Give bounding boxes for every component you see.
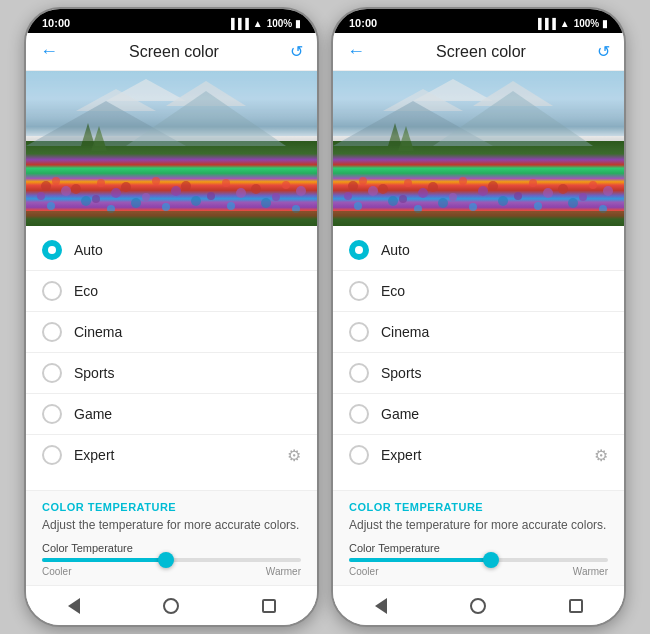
- status-time: 10:00: [42, 17, 70, 29]
- svg-point-17: [282, 181, 290, 189]
- svg-point-25: [236, 188, 246, 198]
- option-item-cinema[interactable]: Cinema: [26, 312, 317, 352]
- option-item-eco[interactable]: Eco: [26, 271, 317, 311]
- radio-sports[interactable]: [42, 363, 62, 383]
- svg-point-8: [41, 181, 51, 191]
- option-label-game: Game: [381, 406, 608, 422]
- slider-labels: Cooler Warmer: [42, 566, 301, 577]
- gear-icon[interactable]: ⚙: [594, 446, 608, 465]
- color-temp-desc: Adjust the temperature for more accurate…: [42, 517, 301, 534]
- svg-point-15: [222, 179, 230, 187]
- nav-home-button[interactable]: [163, 598, 179, 614]
- option-item-auto[interactable]: Auto: [333, 230, 624, 270]
- svg-point-57: [368, 186, 378, 196]
- radio-cinema[interactable]: [349, 322, 369, 342]
- notch: [132, 9, 212, 29]
- screen-color-image: [26, 71, 317, 226]
- option-item-eco[interactable]: Eco: [333, 271, 624, 311]
- color-temperature-section: COLOR TEMPERATURE Adjust the temperature…: [333, 491, 624, 585]
- svg-point-23: [171, 186, 181, 196]
- svg-point-28: [47, 202, 55, 210]
- svg-point-27: [296, 186, 306, 196]
- option-item-auto[interactable]: Auto: [26, 230, 317, 270]
- svg-point-31: [131, 198, 141, 208]
- status-right: ▐▐▐ ▲ 100% ▮: [227, 18, 301, 29]
- option-label-sports: Sports: [381, 365, 608, 381]
- svg-point-46: [348, 181, 358, 191]
- svg-point-50: [428, 182, 438, 192]
- svg-point-11: [97, 179, 105, 187]
- option-label-expert: Expert: [74, 447, 275, 463]
- nav-bar: [26, 585, 317, 625]
- svg-point-60: [449, 193, 457, 201]
- radio-game[interactable]: [349, 404, 369, 424]
- radio-eco[interactable]: [42, 281, 62, 301]
- option-item-game[interactable]: Game: [26, 394, 317, 434]
- radio-expert[interactable]: [42, 445, 62, 465]
- battery-icon: 100% ▮: [267, 18, 301, 29]
- nav-recents-button[interactable]: [569, 599, 583, 613]
- svg-point-13: [152, 177, 160, 185]
- slider-thumb[interactable]: [158, 552, 174, 568]
- status-right: ▐▐▐ ▲ 100% ▮: [534, 18, 608, 29]
- svg-point-73: [568, 198, 578, 208]
- svg-point-55: [589, 181, 597, 189]
- slider-label-right: Warmer: [266, 566, 301, 577]
- slider-container[interactable]: [42, 558, 301, 562]
- option-item-sports[interactable]: Sports: [333, 353, 624, 393]
- svg-point-21: [111, 188, 121, 198]
- nav-back-button[interactable]: [68, 598, 80, 614]
- back-button[interactable]: ←: [40, 41, 58, 62]
- back-button[interactable]: ←: [347, 41, 365, 62]
- page-title: Screen color: [129, 43, 219, 61]
- svg-point-48: [378, 184, 388, 194]
- slider-label-left: Cooler: [42, 566, 71, 577]
- color-temp-desc: Adjust the temperature for more accurate…: [349, 517, 608, 534]
- notch: [439, 9, 519, 29]
- radio-game[interactable]: [42, 404, 62, 424]
- radio-eco[interactable]: [349, 281, 369, 301]
- svg-point-14: [181, 181, 191, 191]
- nav-home-button[interactable]: [470, 598, 486, 614]
- svg-point-67: [388, 196, 398, 206]
- gear-icon[interactable]: ⚙: [287, 446, 301, 465]
- nav-recents-button[interactable]: [262, 599, 276, 613]
- battery-icon: 100% ▮: [574, 18, 608, 29]
- radio-expert[interactable]: [349, 445, 369, 465]
- page-header: ← Screen color ↺: [333, 33, 624, 71]
- nav-back-button[interactable]: [375, 598, 387, 614]
- slider-label: Color Temperature: [42, 542, 301, 554]
- svg-point-19: [61, 186, 71, 196]
- svg-point-65: [603, 186, 613, 196]
- radio-auto[interactable]: [349, 240, 369, 260]
- radio-sports[interactable]: [349, 363, 369, 383]
- slider-labels: Cooler Warmer: [349, 566, 608, 577]
- scene-svg: [26, 71, 317, 226]
- option-item-expert[interactable]: Expert⚙: [333, 435, 624, 475]
- svg-point-56: [344, 192, 352, 200]
- page-title: Screen color: [436, 43, 526, 61]
- svg-point-29: [81, 196, 91, 206]
- option-item-game[interactable]: Game: [333, 394, 624, 434]
- option-item-sports[interactable]: Sports: [26, 353, 317, 393]
- slider-thumb[interactable]: [483, 552, 499, 568]
- svg-point-47: [359, 177, 367, 185]
- radio-cinema[interactable]: [42, 322, 62, 342]
- svg-point-12: [121, 182, 131, 192]
- signal-icon: ▐▐▐: [534, 18, 555, 29]
- slider-container[interactable]: [349, 558, 608, 562]
- option-item-expert[interactable]: Expert⚙: [26, 435, 317, 475]
- svg-point-20: [92, 195, 100, 203]
- svg-rect-75: [333, 211, 624, 226]
- phone-left: 10:00 ▐▐▐ ▲ 100% ▮ ← Screen color ↺: [24, 7, 319, 627]
- svg-point-70: [469, 203, 477, 211]
- phone-right: 10:00 ▐▐▐ ▲ 100% ▮ ← Screen color ↺: [331, 7, 626, 627]
- refresh-button[interactable]: ↺: [597, 42, 610, 61]
- svg-point-72: [534, 202, 542, 210]
- option-label-cinema: Cinema: [381, 324, 608, 340]
- svg-point-49: [404, 179, 412, 187]
- option-item-cinema[interactable]: Cinema: [333, 312, 624, 352]
- radio-auto[interactable]: [42, 240, 62, 260]
- refresh-button[interactable]: ↺: [290, 42, 303, 61]
- slider-fill: [42, 558, 166, 562]
